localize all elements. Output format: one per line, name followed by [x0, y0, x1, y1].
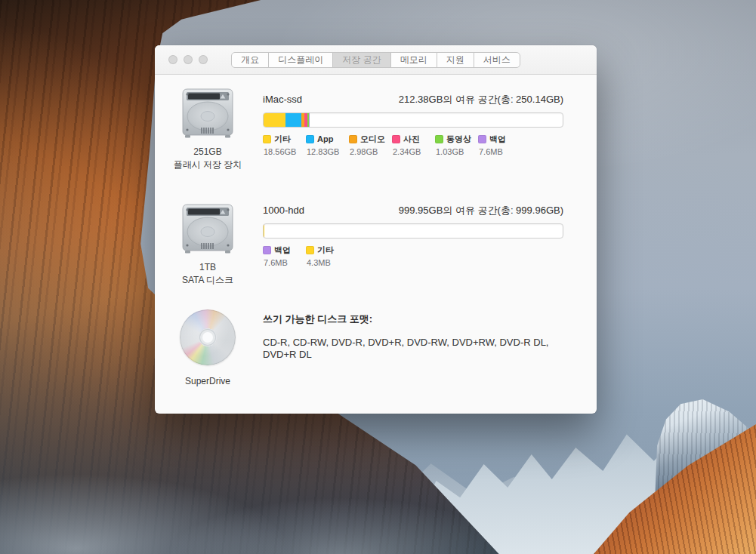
toolbar-tabs: 개요 디스플레이 저장 공간 메모리 지원 서비스 [231, 52, 520, 68]
device-label: 251GB 플래시 저장 장치 [159, 146, 257, 171]
legend-size: 7.6MB [264, 258, 306, 268]
hard-drive-icon [180, 85, 236, 140]
disk-device-ssd: 251GB 플래시 저장 장치 [159, 85, 257, 171]
legend-item-backups: 백업 7.6MB [478, 134, 521, 157]
disk-info-ssd: iMac-ssd 212.38GB의 여유 공간(총: 250.14GB) 기타… [263, 94, 563, 157]
traffic-lights [168, 45, 208, 74]
legend-swatch-audio [349, 135, 357, 143]
tab-service[interactable]: 서비스 [474, 53, 520, 67]
disk-free-space: 212.38GB의 여유 공간(총: 250.14GB) [399, 94, 563, 106]
device-label: 1TB SATA 디스크 [159, 261, 257, 287]
tab-overview[interactable]: 개요 [232, 53, 269, 67]
superdrive-device: SuperDrive [159, 309, 257, 388]
legend-size: 1.03GB [436, 147, 478, 157]
legend-item-photos: 사진 2.34GB [392, 134, 435, 157]
bar-segment-apps [285, 113, 301, 127]
legend-label: App [317, 134, 333, 144]
tab-storage[interactable]: 저장 공간 [333, 53, 390, 67]
legend-swatch-movies [435, 135, 443, 143]
legend-size: 2.98GB [350, 147, 392, 157]
legend-size: 18.56GB [264, 147, 306, 157]
legend-label: 백업 [489, 134, 506, 144]
writable-formats-list: CD-R, CD-RW, DVD-R, DVD+R, DVD-RW, DVD+R… [263, 337, 563, 361]
legend-size: 7.6MB [479, 147, 521, 157]
writable-formats-title: 쓰기 가능한 디스크 포맷: [263, 313, 563, 325]
legend-size: 4.3MB [307, 258, 349, 268]
legend-label: 백업 [274, 245, 291, 255]
device-size: 251GB [159, 146, 257, 159]
legend-label: 사진 [403, 134, 420, 144]
legend-label: 기타 [317, 245, 334, 255]
legend-swatch-other [263, 135, 271, 143]
storage-usage-bar [263, 112, 563, 128]
storage-pane: 251GB 플래시 저장 장치 iMac-ssd 212.38GB의 여유 공간… [155, 74, 597, 414]
disk-device-hdd: 1TB SATA 디스크 [159, 200, 257, 287]
storage-legend: 기타 18.56GB App 12.83GB 오디오 2.98GB 사진 2.3… [263, 134, 563, 157]
tab-support[interactable]: 지원 [437, 53, 474, 67]
legend-size: 12.83GB [307, 147, 349, 157]
tab-memory[interactable]: 메모리 [391, 53, 437, 67]
disk-free-space: 999.95GB의 여유 공간(총: 999.96GB) [399, 205, 563, 217]
device-type: 플래시 저장 장치 [159, 159, 257, 171]
legend-swatch-photos [392, 135, 400, 143]
legend-item-other: 기타 4.3MB [306, 245, 349, 268]
disk-name: iMac-ssd [263, 94, 302, 106]
legend-item-other: 기타 18.56GB [263, 134, 306, 157]
legend-item-audio: 오디오 2.98GB [349, 134, 392, 157]
tab-displays[interactable]: 디스플레이 [269, 53, 333, 67]
window-titlebar[interactable]: 개요 디스플레이 저장 공간 메모리 지원 서비스 [155, 45, 597, 75]
legend-item-movies: 동영상 1.03GB [435, 134, 478, 157]
legend-item-backups: 백업 7.6MB [263, 245, 306, 268]
device-size: 1TB [159, 261, 257, 274]
legend-size: 2.34GB [393, 147, 435, 157]
storage-usage-bar [263, 223, 563, 239]
about-this-mac-window: 개요 디스플레이 저장 공간 메모리 지원 서비스 [155, 45, 597, 414]
bar-segment-other [264, 113, 285, 127]
storage-legend: 백업 7.6MB 기타 4.3MB [263, 245, 563, 268]
legend-label: 오디오 [360, 134, 385, 144]
legend-label: 동영상 [446, 134, 471, 144]
legend-swatch-backups [478, 135, 486, 143]
legend-label: 기타 [274, 134, 291, 144]
zoom-button[interactable] [199, 55, 208, 64]
hard-drive-icon [180, 200, 236, 256]
legend-swatch-backups [263, 246, 271, 254]
legend-item-apps: App 12.83GB [306, 134, 349, 157]
device-label: SuperDrive [159, 375, 257, 388]
device-name: SuperDrive [159, 375, 257, 388]
superdrive-info: 쓰기 가능한 디스크 포맷: CD-R, CD-RW, DVD-R, DVD+R… [263, 313, 563, 361]
legend-swatch-other [306, 246, 314, 254]
legend-swatch-apps [306, 135, 314, 143]
optical-disc-icon [180, 309, 236, 365]
minimize-button[interactable] [184, 55, 193, 64]
close-button[interactable] [168, 55, 177, 64]
disk-name: 1000-hdd [263, 205, 304, 217]
device-type: SATA 디스크 [159, 274, 257, 287]
disk-info-hdd: 1000-hdd 999.95GB의 여유 공간(총: 999.96GB) 백업… [263, 205, 563, 268]
